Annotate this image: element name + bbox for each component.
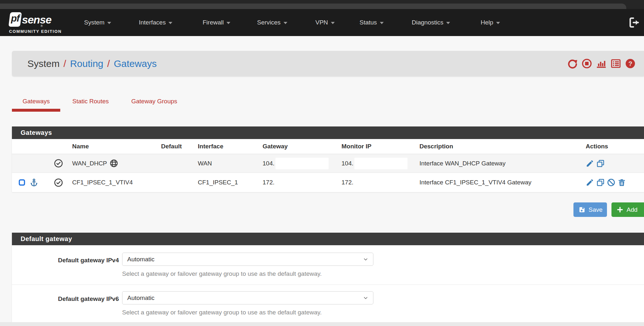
chevron-down-icon <box>284 22 287 24</box>
bottom-strip <box>0 322 644 326</box>
refresh-icon[interactable] <box>567 58 578 69</box>
select-checkbox-icon[interactable] <box>18 179 26 186</box>
add-button[interactable]: Add <box>611 202 644 217</box>
gateway-description: Interface WAN_DHCP Gateway <box>416 154 577 172</box>
nav-menu-firewall-label: Firewall <box>203 19 224 26</box>
nav-menu-help[interactable]: Help <box>481 9 500 36</box>
nav-menu-system-label: System <box>84 19 104 26</box>
help-icon[interactable]: ? <box>625 58 636 69</box>
chevron-down-icon <box>363 295 369 301</box>
gateways-panel: Gateways Name Default Interface Gateway … <box>12 126 644 192</box>
field-default-gateway-ipv4: Default gateway IPv4 Automatic Select a … <box>12 245 644 285</box>
save-icon <box>579 206 585 213</box>
window-chrome-strip <box>0 4 626 9</box>
gateway-description: Interface CF1_IPSEC_1_VTIV4 Gateway <box>416 173 577 192</box>
gateway-name: WAN_DHCP <box>72 160 107 167</box>
nav-menu-system[interactable]: System <box>84 9 111 36</box>
tab-gateway-groups[interactable]: Gateway Groups <box>120 95 188 112</box>
gateway-default <box>155 173 193 192</box>
monitor-ip: 172. <box>341 179 353 186</box>
gateway-interface: WAN <box>193 154 255 172</box>
gateway-default <box>155 154 193 172</box>
pfsense-logo-pf: pf <box>11 13 19 24</box>
default-gateway-ipv6-help: Select a gateway or failover gateway gro… <box>122 309 322 316</box>
sign-out-icon[interactable] <box>629 17 640 28</box>
default-gateway-ipv6-select[interactable]: Automatic <box>122 291 373 304</box>
save-button[interactable]: Save <box>573 202 607 217</box>
copy-icon[interactable] <box>596 178 605 187</box>
delete-icon[interactable] <box>618 178 626 187</box>
chevron-down-icon <box>168 22 172 24</box>
monitor-ip: 104. <box>341 160 353 167</box>
gateway-interface: CF1_IPSEC_1 <box>193 173 255 192</box>
col-monitor-ip: Monitor IP <box>329 139 416 154</box>
default-gateway-panel-title: Default gateway <box>12 233 644 245</box>
breadcrumb-gateways-link[interactable]: Gateways <box>114 58 157 69</box>
stop-icon[interactable] <box>582 58 592 69</box>
pfsense-logo-sense: sense <box>22 14 51 26</box>
log-list-icon[interactable] <box>610 58 621 69</box>
nav-menu-diagnostics-label: Diagnostics <box>412 19 443 26</box>
col-gateway: Gateway <box>255 139 329 154</box>
gateway-enabled-icon <box>54 178 63 187</box>
nav-menu-status-label: Status <box>360 19 377 26</box>
svg-text:?: ? <box>628 60 632 67</box>
default-gateway-ipv4-select[interactable]: Automatic <box>122 253 373 266</box>
page-action-icons: ? <box>567 51 636 76</box>
breadcrumb-routing-link[interactable]: Routing <box>70 58 103 69</box>
globe-icon <box>110 159 118 168</box>
gateway-address: 104. <box>263 160 274 167</box>
tab-static-routes[interactable]: Static Routes <box>62 95 119 112</box>
nav-menu-vpn-label: VPN <box>315 19 328 26</box>
disable-icon[interactable] <box>607 178 615 187</box>
chevron-down-icon <box>496 22 500 24</box>
nav-menu-diagnostics[interactable]: Diagnostics <box>412 9 450 36</box>
edit-icon[interactable] <box>586 178 594 187</box>
status-chart-icon[interactable] <box>596 58 607 69</box>
default-gateway-ipv4-help: Select a gateway or failover gateway gro… <box>122 270 322 277</box>
nav-menu-vpn[interactable]: VPN <box>315 9 335 36</box>
redaction-box <box>275 158 329 169</box>
chevron-down-icon <box>363 256 369 262</box>
table-row-cf1-ipsec: CF1_IPSEC_1_VTIV4 CF1_IPSEC_1 172. 172. … <box>12 173 644 192</box>
col-description: Description <box>416 139 577 154</box>
col-interface: Interface <box>193 139 255 154</box>
copy-icon[interactable] <box>596 159 605 168</box>
nav-menu-firewall[interactable]: Firewall <box>203 9 230 36</box>
top-navbar: pf sense ® COMMUNITY EDITION System Inte… <box>0 9 644 36</box>
breadcrumb: System / Routing / Gateways <box>27 51 157 76</box>
gateway-enabled-icon <box>54 159 63 168</box>
breadcrumb-separator: / <box>63 58 66 69</box>
nav-menu-services[interactable]: Services <box>257 9 287 36</box>
edit-icon[interactable] <box>586 159 594 168</box>
default-gateway-panel: Default gateway Default gateway IPv4 Aut… <box>12 233 644 322</box>
window-chrome <box>0 0 644 9</box>
nav-menu-interfaces-label: Interfaces <box>139 19 166 26</box>
table-buttons-row: Save Add <box>0 202 644 217</box>
nav-menu-help-label: Help <box>481 19 493 26</box>
pfsense-logo-reg: ® <box>41 24 43 28</box>
default-gateway-ipv6-value: Automatic <box>127 294 154 302</box>
nav-menu-status[interactable]: Status <box>360 9 384 36</box>
pfsense-logo-subtitle: COMMUNITY EDITION <box>9 29 62 34</box>
chevron-down-icon <box>446 22 450 24</box>
pfsense-gateways-page: pf sense ® COMMUNITY EDITION System Inte… <box>0 0 644 326</box>
anchor-icon <box>30 178 38 187</box>
chevron-down-icon <box>331 22 335 24</box>
gateway-name: CF1_IPSEC_1_VTIV4 <box>72 179 133 186</box>
chevron-down-icon <box>380 22 384 24</box>
nav-menu-services-label: Services <box>257 19 281 26</box>
pfsense-logo[interactable]: pf sense ® COMMUNITY EDITION <box>9 10 54 35</box>
tab-gateways[interactable]: Gateways <box>12 95 60 112</box>
breadcrumb-bar: System / Routing / Gateways <box>12 51 644 76</box>
col-actions: Actions <box>577 139 644 154</box>
col-name: Name <box>68 139 155 154</box>
field-default-gateway-ipv6: Default gateway IPv6 Automatic Select a … <box>12 285 644 320</box>
routing-tabs: Gateways Static Routes Gateway Groups <box>12 95 188 112</box>
nav-menu-interfaces[interactable]: Interfaces <box>139 9 172 36</box>
add-button-label: Add <box>627 206 638 213</box>
redaction-box <box>354 158 408 169</box>
gateways-panel-title: Gateways <box>12 126 644 139</box>
chevron-down-icon <box>226 22 230 24</box>
save-button-label: Save <box>589 206 602 213</box>
